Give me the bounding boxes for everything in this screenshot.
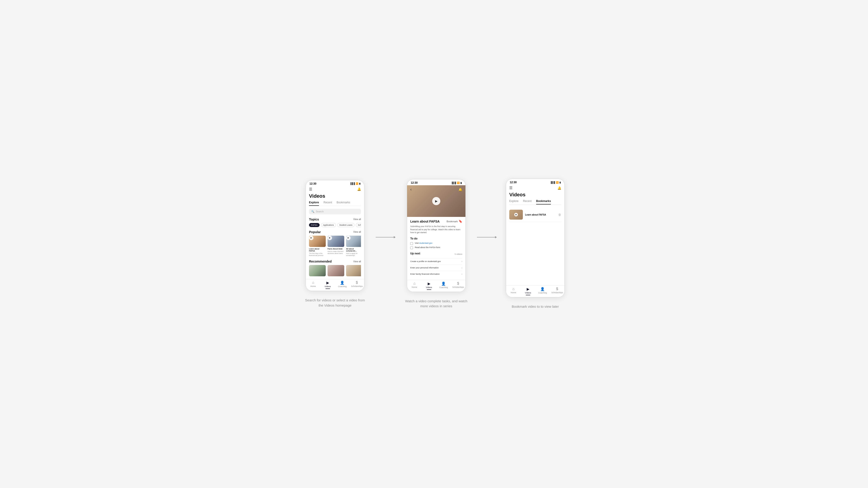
bookmark-button[interactable]: Bookmark 🔖 (446, 220, 462, 223)
nav-bar-1: ☰ 🔔 (306, 186, 364, 193)
rec-card-1[interactable] (309, 265, 326, 276)
bookmark-icon: 🔖 (459, 220, 462, 223)
video-thumb-3: ▶ (346, 236, 361, 247)
chip-fafsa[interactable]: FAFSA (309, 223, 320, 227)
topics-view-all[interactable]: View all (353, 218, 361, 221)
arrow-shape-1 (376, 236, 396, 238)
video-card-1[interactable]: ▶ Learn about FAFSA The first step in th… (309, 236, 326, 256)
status-bar-1: 12:30 ▐▐▐ 🛜 ▮ (306, 180, 364, 186)
tabs-row-1: Explore Recent Bookmarks (309, 201, 361, 206)
rec-card-3[interactable] (346, 265, 361, 276)
battery-icon: ▮ (359, 182, 361, 185)
up-next-item-3[interactable]: Enter family financial information › (410, 271, 462, 277)
bottom-tab-bar-2: ⌂ Home ▶ Videos 👤 Coaching $ Scholarship… (407, 280, 465, 292)
video-card-2[interactable]: ▶ Facts About Debt How to make informed … (328, 236, 344, 256)
bottom-tab-coaching-2[interactable]: 👤 Coaching (436, 282, 451, 290)
menu-icon[interactable]: ☰ (309, 187, 312, 191)
chip-scholarships[interactable]: Scholarshi... (356, 223, 361, 227)
todo-link-1[interactable]: studentaid.gov (419, 242, 432, 244)
rec-card-2[interactable] (328, 265, 344, 276)
bottom-tab-home-3[interactable]: ⌂ Home (506, 287, 521, 295)
bottom-tab-scholarships-2[interactable]: $ Scholarships (451, 282, 466, 290)
bottom-tab-home-2[interactable]: ⌂ Home (407, 282, 422, 290)
topics-section-header: Topics View all (309, 218, 361, 221)
chip-student-loans[interactable]: Student Loans (337, 223, 354, 227)
battery-icon-3: ▮ (559, 181, 561, 184)
tab-bookmarks-3[interactable]: Bookmarks (536, 199, 551, 204)
tab-explore[interactable]: Explore (309, 201, 319, 206)
bottom-tab-home-1[interactable]: ⌂ Home (306, 281, 320, 289)
tab-explore-3[interactable]: Explore (509, 199, 519, 204)
bottom-tab-scholarships-3[interactable]: $ Scholarships (550, 287, 565, 295)
up-next-text-1: Create a profile on studentaid.gov (410, 260, 441, 263)
arrow-head-2 (495, 236, 497, 238)
bookmarks-content: Videos Explore Recent Bookmarks ▶ Learn … (506, 192, 564, 222)
scholarships-icon-1: $ (356, 281, 358, 285)
bottom-tab-videos-3[interactable]: ▶ Videos (521, 287, 535, 295)
phone-frame-1: 12:30 ▐▐▐ 🛜 ▮ ☰ 🔔 Videos Explore Recent … (306, 180, 364, 291)
tab-underline-2 (427, 289, 431, 290)
arrow-line-1 (376, 237, 394, 237)
bottom-tab-videos-1[interactable]: ▶ Videos (320, 281, 335, 289)
back-button[interactable]: ‹ (410, 187, 412, 192)
video-card-3[interactable]: ▶ All about scholarshi... How to apply f… (346, 236, 361, 256)
todo-text-2: Read about the FAFSA form (415, 246, 440, 249)
tabs-row-3: Explore Recent Bookmarks (509, 199, 561, 205)
video-title-text: Learn about FAFSA (410, 220, 440, 223)
popular-section-header: Popular View all (309, 230, 361, 234)
search-icon: 🔍 (311, 210, 314, 213)
video-icon-1: ▶ (327, 281, 329, 285)
play-btn-3[interactable]: ▶ (346, 236, 350, 240)
bookmark-play-1[interactable]: ▶ (514, 213, 518, 217)
play-button-large[interactable]: ▶ (432, 197, 440, 205)
scholarships-label-2: Scholarships (452, 286, 464, 288)
home-label-1: Home (310, 285, 316, 287)
search-placeholder-text: Search (316, 210, 324, 213)
up-next-item-2[interactable]: Enter your personal information › (410, 265, 462, 271)
coaching-label-2: Coaching (439, 286, 448, 289)
up-next-count: 5 videos (455, 253, 462, 255)
up-next-item-1[interactable]: Create a profile on studentaid.gov › (410, 258, 462, 265)
todo-text-1: Visit studentaid.gov (415, 242, 432, 244)
coaching-icon-3: 👤 (540, 287, 545, 291)
tab-recent[interactable]: Recent (323, 201, 332, 206)
chevron-icon-3: › (462, 273, 462, 275)
bottom-tab-coaching-3[interactable]: 👤 Coaching (535, 287, 550, 295)
play-btn-1[interactable]: ▶ (309, 236, 313, 240)
todo-section: To do Visit studentaid.gov Read about th… (410, 237, 462, 249)
screen1-content: Videos Explore Recent Bookmarks 🔍 Search… (306, 193, 364, 279)
recommended-label: Recommended (309, 260, 332, 263)
up-next-title: Up next (410, 252, 420, 255)
bottom-tab-coaching-1[interactable]: 👤 Coaching (335, 281, 350, 289)
tab-recent-3[interactable]: Recent (523, 199, 532, 204)
bookmark-delete-1[interactable]: 🗑 (558, 213, 561, 217)
wifi-icon-2: 🛜 (457, 182, 460, 184)
status-bar-2: 12:30 ▐▐▐ 🛜 ▮ (407, 180, 465, 185)
arrow-2 (477, 236, 497, 252)
search-bar[interactable]: 🔍 Search (309, 209, 361, 215)
up-next-text-2: Enter your personal information (410, 267, 439, 269)
nav-bar-3: ☰ 🔔 (506, 185, 564, 192)
popular-view-all[interactable]: View all (353, 231, 361, 233)
phone-frame-3: 12:30 ▐▐▐ 🛜 ▮ ☰ 🔔 Videos Explore Recent … (506, 179, 565, 297)
video-desc-2: How to make informed decisions about loa… (328, 250, 344, 254)
bottom-tab-scholarships-1[interactable]: $ Scholarships (350, 281, 364, 289)
popular-videos-row: ▶ Learn about FAFSA The first step in th… (309, 236, 361, 256)
play-btn-2[interactable]: ▶ (328, 236, 332, 240)
caption-3: Bookmark video to to view later (512, 304, 559, 309)
todo-checkbox-2[interactable] (410, 247, 413, 249)
chevron-icon-2: › (462, 267, 462, 269)
bell-icon[interactable]: 🔔 (357, 187, 361, 191)
recommended-view-all[interactable]: View all (353, 260, 361, 263)
bell-icon-3[interactable]: 🔔 (557, 186, 561, 190)
todo-checkbox-1[interactable] (410, 242, 413, 245)
menu-icon-3[interactable]: ☰ (509, 186, 513, 190)
video-icon-3: ▶ (527, 287, 529, 291)
todo-item-2: Read about the FAFSA form (410, 246, 462, 249)
bottom-tab-videos-2[interactable]: ▶ Videos (422, 282, 436, 290)
bookmark-list-item-1[interactable]: ▶ Learn about FAFSA 🗑 (509, 207, 561, 222)
bell-icon-2[interactable]: 🔔 (458, 188, 462, 191)
tab-bookmarks[interactable]: Bookmarks (337, 201, 350, 206)
bookmark-thumb-1: ▶ (509, 210, 523, 220)
chip-applications[interactable]: Applications (321, 223, 336, 227)
